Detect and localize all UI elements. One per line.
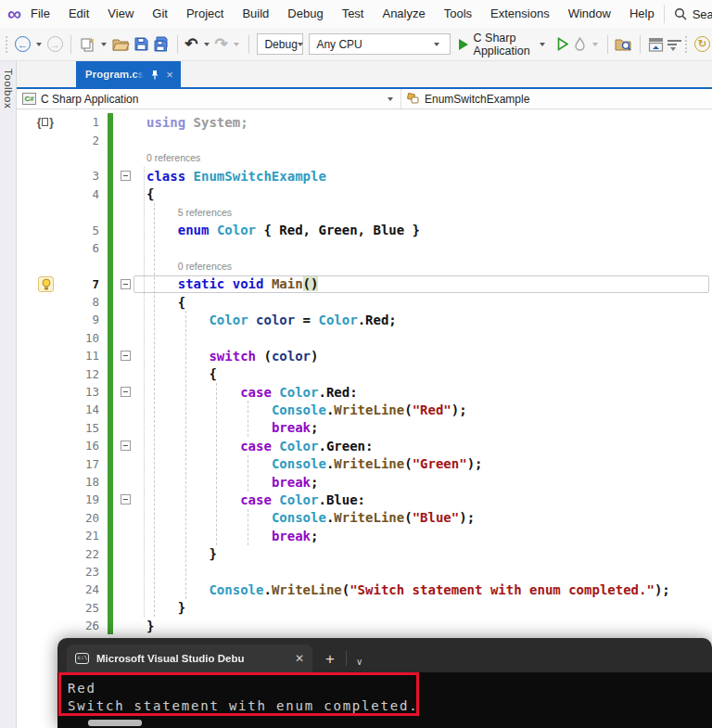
menu-build[interactable]: Build [233, 0, 278, 28]
fold-collapse-toggle[interactable] [121, 351, 131, 361]
code-text: Console.WriteLine("Switch statement with… [137, 582, 712, 597]
code-text: { [137, 366, 712, 381]
solution-explorer-icon [648, 37, 664, 52]
clipped-toolbar-button[interactable]: ↻ [693, 32, 712, 57]
new-terminal-tab-button[interactable]: + [325, 650, 335, 669]
hot-reload-button[interactable] [571, 32, 589, 57]
horizontal-scrollbar-thumb[interactable] [88, 720, 142, 726]
new-dropdown-caret[interactable] [101, 43, 107, 46]
find-in-files-button[interactable] [613, 32, 634, 57]
csharp-project-icon: C# [22, 93, 36, 105]
menu-analyze[interactable]: Analyze [373, 0, 434, 28]
close-icon[interactable]: × [166, 69, 173, 81]
line-number: 16 [57, 439, 108, 453]
start-debugging-button[interactable]: C Sharp Application [453, 32, 554, 57]
tab-program-cs[interactable]: Program.cs × [76, 61, 181, 87]
fold-collapse-toggle[interactable] [121, 441, 131, 451]
menu-tools[interactable]: Tools [435, 0, 481, 28]
code-editor[interactable]: {}1using System;20 references3class Enum… [17, 109, 712, 728]
menu-view[interactable]: View [98, 0, 143, 28]
fold-collapse-toggle[interactable] [121, 494, 131, 504]
codelens-references[interactable]: 5 references [137, 207, 712, 218]
line-number: 3 [57, 169, 108, 183]
toolbox-label: Toolbox [3, 69, 14, 728]
menu-file[interactable]: File [21, 0, 59, 28]
project-dropdown[interactable]: C# C Sharp Application [17, 89, 401, 109]
code-line: 11switch (color) [17, 347, 712, 364]
code-outline-icon[interactable]: {} [37, 116, 54, 129]
terminal-tab-close-icon[interactable]: ✕ [295, 652, 304, 665]
search-box[interactable]: Sea [664, 5, 712, 23]
line-number: 6 [57, 241, 108, 255]
back-dropdown-caret[interactable] [36, 43, 42, 46]
line-number: 11 [57, 349, 108, 363]
toolbox-panel-tab[interactable]: Toolbox [0, 61, 17, 728]
run-icon [459, 39, 468, 50]
toolbar-drag-handle[interactable] [685, 36, 689, 53]
code-text: Console.WriteLine("Green"); [137, 456, 712, 471]
codelens-row: 5 references [17, 203, 712, 221]
code-line: 10 [17, 329, 712, 347]
terminal-dropdown-button[interactable]: ∨ [356, 657, 362, 667]
lightbulb-icon[interactable] [38, 276, 54, 292]
navigate-forward-button[interactable]: → [45, 32, 65, 57]
code-line: 20Console.WriteLine("Blue"); [17, 509, 712, 527]
terminal-tab[interactable]: c:\ Microsoft Visual Studio Debu ✕ [67, 645, 312, 672]
separator [177, 35, 178, 54]
toolbar-drag-handle[interactable] [6, 36, 9, 53]
hot-reload-dropdown-caret[interactable] [592, 43, 598, 46]
solution-configuration-dropdown[interactable]: Debug [257, 33, 303, 55]
change-tracking-bar [108, 131, 113, 148]
code-line: 7static void Main() [17, 275, 712, 293]
menu-project[interactable]: Project [177, 0, 233, 28]
fold-collapse-toggle[interactable] [121, 171, 131, 181]
line-number: 7 [57, 277, 108, 291]
code-line: 6 [17, 239, 712, 257]
menu-help[interactable]: Help [620, 0, 664, 28]
code-line: 12{ [17, 364, 712, 382]
menu-window[interactable]: Window [559, 0, 620, 28]
code-text: Color color = Color.Red; [137, 313, 712, 327]
change-tracking-bar [108, 149, 113, 167]
undo-dropdown-caret[interactable] [204, 43, 210, 46]
undo-button[interactable]: ↶ [183, 32, 199, 57]
code-line: 23 [17, 563, 712, 581]
fold-collapse-toggle[interactable] [121, 387, 131, 397]
solution-explorer-button[interactable] [646, 32, 666, 57]
pin-icon[interactable] [150, 70, 159, 80]
line-number: 20 [57, 511, 108, 525]
menu-test[interactable]: Test [333, 0, 374, 28]
solution-platform-dropdown[interactable]: Any CPU [309, 33, 450, 55]
terminal-output[interactable]: RedSwitch statement with enum completed. [57, 672, 712, 728]
change-tracking-bar [108, 203, 113, 221]
redo-dropdown-caret[interactable] [234, 43, 239, 46]
save-all-button[interactable] [151, 32, 172, 57]
menu-debug[interactable]: Debug [278, 0, 332, 28]
line-number: 1 [57, 115, 108, 129]
redo-button[interactable]: ↷ [213, 32, 230, 57]
navigate-back-button[interactable]: ← [13, 32, 32, 57]
open-file-button[interactable] [110, 32, 132, 57]
separator [607, 35, 608, 54]
save-button[interactable] [132, 32, 151, 57]
line-number: 23 [57, 565, 108, 579]
start-without-debugging-button[interactable] [554, 32, 571, 57]
code-text: using System; [137, 115, 712, 130]
menu-extensions[interactable]: Extensions [481, 0, 559, 28]
menu-git[interactable]: Git [143, 0, 177, 28]
code-text: break; [137, 475, 712, 490]
change-tracking-bar [108, 599, 113, 617]
codelens-references[interactable]: 0 references [137, 261, 712, 272]
line-number: 21 [57, 529, 108, 543]
fold-collapse-toggle[interactable] [121, 279, 131, 289]
code-text: Console.WriteLine("Blue"); [137, 510, 712, 525]
collapse-definitions-button[interactable] [666, 32, 683, 57]
terminal-tab-title: Microsoft Visual Studio Debu [96, 653, 287, 664]
code-line: 19case Color.Blue: [17, 491, 712, 508]
code-text: case Color.Red: [137, 385, 712, 400]
new-project-button[interactable] [77, 32, 97, 57]
codelens-references[interactable]: 0 references [137, 152, 712, 163]
code-line: {}1using System; [17, 113, 712, 131]
type-dropdown[interactable]: EnumSwitchExample [401, 89, 712, 109]
menu-edit[interactable]: Edit [59, 0, 98, 28]
